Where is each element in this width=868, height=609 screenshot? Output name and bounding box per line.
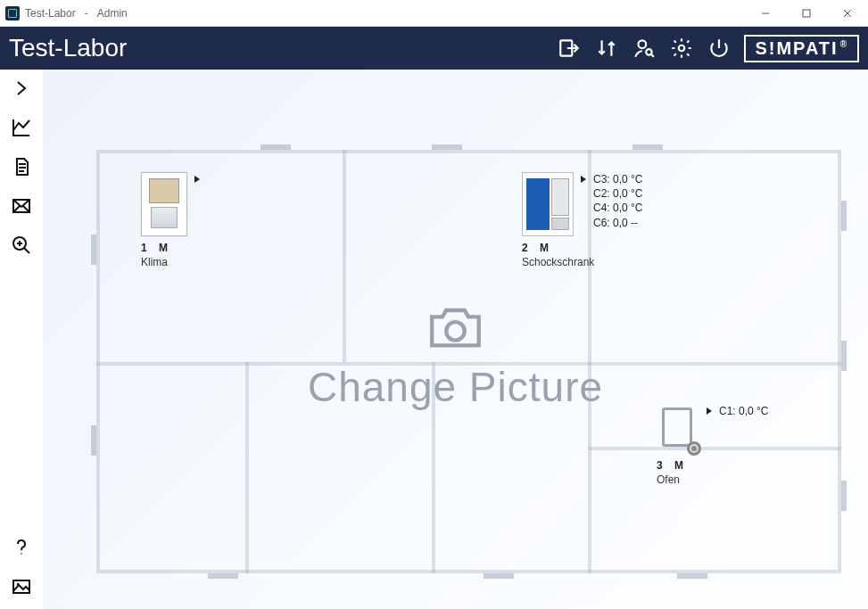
image-icon[interactable] <box>10 575 33 598</box>
help-icon[interactable] <box>10 536 33 559</box>
play-icon <box>581 176 586 183</box>
device-id: 1 <box>141 242 147 254</box>
device-ofen[interactable]: C1: 0,0 °C 3 M Ofen <box>657 404 769 486</box>
window-minimize-button[interactable] <box>745 0 786 27</box>
zoom-in-icon[interactable] <box>10 234 33 257</box>
device-ofen-image <box>657 404 699 454</box>
window-title-sep: - <box>85 7 88 20</box>
device-id: 3 <box>657 459 663 472</box>
expand-sidebar-icon[interactable] <box>10 77 33 100</box>
power-icon[interactable] <box>707 36 732 61</box>
sort-icon[interactable] <box>594 36 619 61</box>
document-icon[interactable] <box>10 155 33 178</box>
brand-logo: S!MPATI ® <box>744 35 859 62</box>
svg-point-10 <box>21 553 22 555</box>
reading-row: C6: 0,0 -- <box>593 216 643 230</box>
envelope-icon[interactable] <box>10 194 33 218</box>
device-name: Ofen <box>657 473 769 486</box>
device-id: 2 <box>522 242 528 254</box>
app-title: Test-Labor <box>9 34 127 62</box>
reading-row: C4: 0,0 °C <box>593 201 643 215</box>
device-schockschrank[interactable]: C3: 0,0 °C C2: 0,0 °C C4: 0,0 °C C6: 0,0… <box>522 172 643 268</box>
settings-icon[interactable] <box>669 36 694 61</box>
window-titlebar: Test-Labor - Admin <box>0 0 868 27</box>
window-title-user: Admin <box>97 7 128 20</box>
window-title-app: Test-Labor <box>25 7 76 20</box>
app-header: Test-Labor S!MPATI ® <box>0 27 868 70</box>
brand-registered: ® <box>840 39 848 49</box>
device-readings: C3: 0,0 °C C2: 0,0 °C C4: 0,0 °C C6: 0,0… <box>593 172 643 230</box>
svg-point-6 <box>647 49 653 55</box>
reading-row: C3: 0,0 °C <box>593 172 643 186</box>
reading-row: C2: 0,0 °C <box>593 186 643 201</box>
chart-icon[interactable] <box>10 116 33 139</box>
signal-icon <box>687 441 701 456</box>
device-schockschrank-image <box>522 172 574 236</box>
export-icon[interactable] <box>557 36 582 61</box>
reading-row: C1: 0,0 °C <box>719 404 769 418</box>
device-mode: M <box>159 242 168 254</box>
svg-rect-1 <box>803 10 810 17</box>
svg-point-7 <box>679 45 685 52</box>
svg-point-12 <box>16 583 18 585</box>
brand-text: S!MPATI <box>755 38 838 59</box>
play-icon <box>194 176 200 183</box>
floorplan-canvas[interactable]: Change Picture 1 M Klima <box>43 70 868 609</box>
app-icon <box>5 6 20 21</box>
device-mode: M <box>674 459 683 472</box>
device-readings: C1: 0,0 °C <box>719 404 769 418</box>
play-icon <box>707 407 712 415</box>
window-maximize-button[interactable] <box>786 0 827 27</box>
device-name: Schockschrank <box>522 256 643 268</box>
device-mode: M <box>540 242 549 254</box>
floorplan-background <box>96 150 841 573</box>
window-close-button[interactable] <box>827 0 868 27</box>
device-klima[interactable]: 1 M Klima <box>141 172 200 268</box>
svg-point-5 <box>639 40 647 48</box>
user-search-icon[interactable] <box>632 36 657 61</box>
left-toolbar <box>0 70 43 609</box>
device-klima-image <box>141 172 187 236</box>
device-name: Klima <box>141 256 200 268</box>
